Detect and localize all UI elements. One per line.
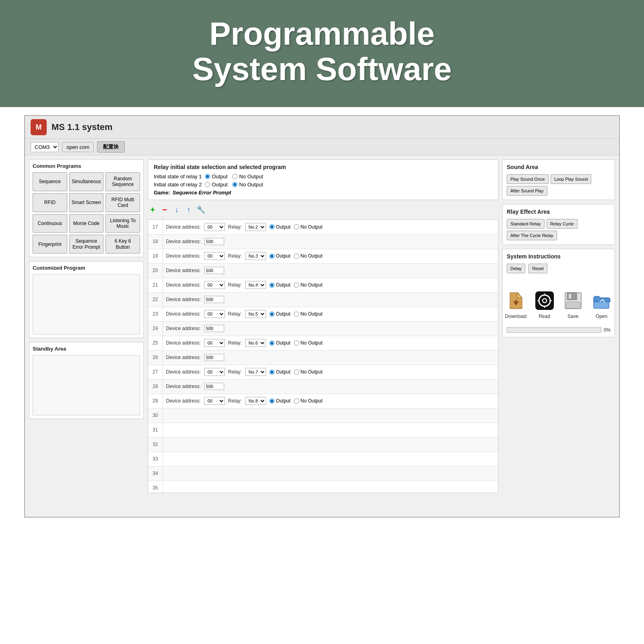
config-button[interactable]: 配置块	[97, 141, 125, 153]
no-output-radio[interactable]	[294, 254, 299, 259]
relay2-output-text: Output	[212, 182, 227, 188]
device-address-select[interactable]: 00	[204, 339, 225, 347]
device-address-select[interactable]: 00	[204, 368, 225, 376]
prog-btn-continuous[interactable]: Continuous	[33, 214, 67, 233]
output-radio[interactable]	[269, 224, 275, 229]
relay1-no-output-label[interactable]: No Output	[232, 173, 263, 180]
prog-btn-sequence-error-prompt[interactable]: Sequence Error Prompt	[69, 235, 104, 254]
relay2-no-output-label[interactable]: No Output	[232, 182, 263, 188]
delay-button[interactable]: Delay	[507, 264, 525, 273]
table-row: 21Device address:00Relay:No.4OutputNo Ou…	[148, 278, 498, 292]
open-com-button[interactable]: open com	[62, 142, 94, 152]
add-row-button[interactable]: +	[148, 205, 157, 215]
wrench-button[interactable]: 🔧	[196, 205, 206, 215]
relay1-output-label[interactable]: Output	[205, 173, 227, 180]
relay1-no-output-radio[interactable]	[232, 174, 237, 179]
move-down-button[interactable]: ↓	[172, 205, 182, 215]
table-row: 26Device address:	[148, 350, 498, 365]
no-output-radio[interactable]	[294, 312, 299, 317]
com-selector[interactable]: COM3 COM1 COM2	[31, 142, 59, 152]
no-output-radio[interactable]	[294, 398, 299, 404]
relay2-output-radio[interactable]	[205, 182, 210, 187]
delay-input[interactable]	[204, 354, 224, 361]
reset-button[interactable]: Reset	[528, 264, 547, 273]
download-action[interactable]: Download	[505, 289, 527, 319]
no-output-radio[interactable]	[294, 341, 299, 346]
relay2-no-output-radio[interactable]	[232, 182, 237, 187]
prog-btn-rfid-multi-card[interactable]: RFID Multi Card	[105, 193, 140, 212]
open-action[interactable]: Open	[590, 289, 613, 319]
row-content-inner	[163, 457, 498, 460]
output-radio-label[interactable]: Output	[269, 398, 291, 404]
relay-select[interactable]: No.5	[245, 310, 266, 318]
output-radio-label[interactable]: Output	[269, 224, 291, 230]
relay-select[interactable]: No.8	[245, 397, 266, 405]
relay2-row: Initial state of relay 2 Output No Outpu…	[154, 182, 492, 188]
no-output-radio-label[interactable]: No Output	[294, 253, 323, 259]
delay-input[interactable]	[204, 296, 224, 303]
delay-input[interactable]	[204, 325, 224, 332]
loop-play-sound-button[interactable]: Loop Play Sound	[551, 174, 592, 184]
relay-select[interactable]: No.7	[245, 368, 266, 376]
output-radio[interactable]	[269, 341, 275, 346]
no-output-radio[interactable]	[294, 283, 299, 288]
relay1-no-output-text: No Output	[239, 173, 263, 180]
read-label: Read	[539, 314, 550, 319]
output-radio[interactable]	[269, 369, 275, 375]
prog-btn-morse-code[interactable]: Morse Code	[69, 214, 104, 233]
prog-btn-rfid[interactable]: RFID	[33, 193, 67, 212]
output-radio[interactable]	[269, 254, 275, 259]
move-up-button[interactable]: ↑	[184, 205, 194, 215]
standard-relay-button[interactable]: Standard Relay	[507, 219, 545, 229]
prog-btn-simultaneous[interactable]: Simultaneous	[69, 172, 104, 191]
output-radio[interactable]	[269, 398, 275, 404]
prog-btn-random-sequence[interactable]: Random Sequence	[105, 172, 140, 191]
relay-cycle-button[interactable]: Relay Cycle	[547, 219, 578, 229]
relay-select[interactable]: No.3	[245, 252, 266, 260]
output-radio[interactable]	[269, 312, 275, 317]
prog-btn-fingerprint[interactable]: Fingerprint	[33, 235, 67, 254]
relay2-output-label[interactable]: Output	[205, 182, 227, 188]
output-radio-label[interactable]: Output	[269, 282, 291, 288]
relay-select[interactable]: No.4	[245, 281, 266, 289]
after-cycle-relay-button[interactable]: After The Cycle Relay	[507, 231, 557, 240]
relay1-output-radio[interactable]	[205, 174, 210, 179]
no-output-radio-label[interactable]: No Output	[294, 398, 323, 404]
device-address-select[interactable]: 00	[204, 397, 225, 405]
com-dropdown[interactable]: COM3 COM1 COM2	[31, 142, 59, 152]
output-radio-label[interactable]: Output	[269, 253, 291, 259]
remove-row-button[interactable]: −	[160, 205, 169, 215]
output-radio-label[interactable]: Output	[269, 311, 291, 317]
customized-program-box[interactable]	[33, 274, 140, 334]
after-sound-play-button[interactable]: After Sound Play	[507, 186, 547, 196]
relay-select[interactable]: No.2	[245, 223, 266, 231]
standby-area-box[interactable]	[33, 355, 140, 415]
output-radio-label[interactable]: Output	[269, 369, 291, 375]
row-content-inner: Device address:00Relay:No.4OutputNo Outp…	[163, 279, 498, 291]
no-output-radio-label[interactable]: No Output	[294, 311, 323, 317]
no-output-radio-label[interactable]: No Output	[294, 369, 323, 375]
prog-btn-6key-6button[interactable]: 6 Key 6 Button	[105, 235, 140, 254]
output-radio-label[interactable]: Output	[269, 340, 291, 346]
prog-btn-sequence[interactable]: Sequence	[33, 172, 67, 191]
device-address-select[interactable]: 00	[204, 281, 225, 289]
prog-btn-smart-screen[interactable]: Smart Screen	[69, 193, 104, 212]
relay-select[interactable]: No.6	[245, 339, 266, 347]
delay-input[interactable]	[204, 383, 224, 390]
no-output-radio-label[interactable]: No Output	[294, 224, 323, 230]
delay-input[interactable]	[204, 238, 224, 245]
save-action[interactable]: Save	[562, 289, 584, 319]
no-output-radio-label[interactable]: No Output	[294, 340, 323, 346]
no-output-radio[interactable]	[294, 224, 299, 229]
read-action[interactable]: Read	[533, 289, 555, 319]
device-address-select[interactable]: 00	[204, 252, 225, 260]
prog-btn-listening-to-music[interactable]: Listening To Music	[105, 214, 140, 233]
no-output-radio[interactable]	[294, 369, 299, 375]
device-address-select[interactable]: 00	[204, 223, 225, 231]
device-address-select[interactable]: 00	[204, 310, 225, 318]
play-sound-once-button[interactable]: Play Sound Once	[507, 174, 549, 184]
no-output-radio-label[interactable]: No Output	[294, 282, 323, 288]
output-radio[interactable]	[269, 283, 275, 288]
delay-input[interactable]	[204, 267, 224, 274]
device-address-label: Device address:	[166, 297, 201, 302]
